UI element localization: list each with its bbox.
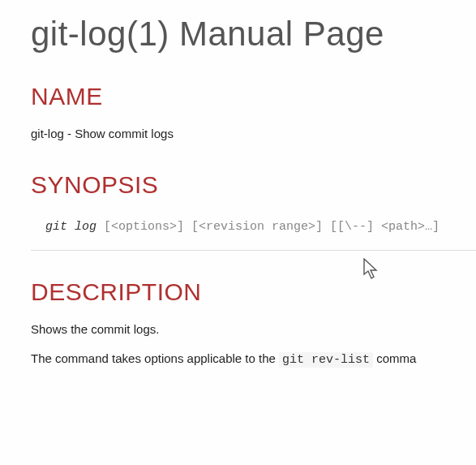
- inline-code-rev-list: git rev-list: [279, 352, 373, 368]
- name-text: git-log - Show commit logs: [31, 125, 476, 144]
- description-p2-pre: The command takes options applicable to …: [31, 351, 279, 365]
- synopsis-args: [<options>] [<revision range>] [[\--] <p…: [96, 220, 440, 234]
- section-heading-synopsis: SYNOPSIS: [31, 171, 476, 199]
- description-p1: Shows the commit logs.: [31, 321, 476, 339]
- description-p2: The command takes options applicable to …: [31, 350, 476, 370]
- description-p2-post: comma: [373, 351, 416, 365]
- manual-page: git-log(1) Manual Page NAME git-log - Sh…: [0, 15, 476, 370]
- section-heading-description: DESCRIPTION: [31, 278, 476, 306]
- page-title: git-log(1) Manual Page: [31, 15, 476, 54]
- synopsis-cmd: git log: [45, 220, 96, 234]
- synopsis-block: git log [<options>] [<revision range>] […: [31, 213, 476, 251]
- section-heading-name: NAME: [31, 83, 476, 110]
